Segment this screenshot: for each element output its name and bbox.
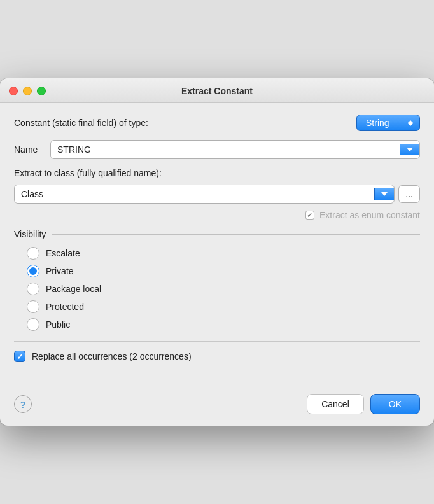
checkmark-icon: ✓ xyxy=(17,353,24,361)
footer: ? Cancel OK xyxy=(0,394,434,426)
type-select[interactable]: String xyxy=(356,115,420,131)
arrow-up-icon xyxy=(408,120,413,123)
title-bar: Extract Constant xyxy=(0,78,434,103)
name-dropdown-button[interactable] xyxy=(400,144,419,155)
name-row: Name xyxy=(14,140,420,159)
radio-label-package-local: Package local xyxy=(46,284,101,294)
name-label: Name xyxy=(14,144,43,155)
radio-outer-escalate xyxy=(27,247,39,260)
visibility-divider xyxy=(52,234,420,235)
name-input[interactable] xyxy=(51,141,400,158)
replace-checkbox[interactable]: ✓ xyxy=(14,351,25,362)
enum-checkbox[interactable]: ✓ xyxy=(305,211,314,220)
visibility-label: Visibility xyxy=(14,229,46,239)
radio-label-public: Public xyxy=(46,319,70,330)
footer-buttons: Cancel OK xyxy=(307,394,420,414)
minimize-button[interactable] xyxy=(23,87,32,95)
type-select-arrows xyxy=(408,120,413,126)
visibility-header: Visibility xyxy=(14,229,420,239)
ok-button[interactable]: OK xyxy=(370,394,420,414)
replace-label: Replace all occurrences (2 occurrences) xyxy=(32,351,192,361)
class-row: ... xyxy=(14,185,420,204)
type-select-value: String xyxy=(366,118,389,128)
type-row: Constant (static final field) of type: S… xyxy=(14,115,420,131)
chevron-down-icon xyxy=(407,148,413,151)
type-label: Constant (static final field) of type: xyxy=(14,118,356,128)
radio-inner-private xyxy=(29,267,37,275)
radio-item-escalate[interactable]: Escalate xyxy=(27,247,420,260)
chevron-down-icon xyxy=(381,192,388,196)
ellipsis-button[interactable]: ... xyxy=(398,185,420,203)
class-section-label: Extract to class (fully qualified name): xyxy=(14,168,420,178)
extract-constant-dialog: Extract Constant Constant (static final … xyxy=(0,78,434,426)
help-button[interactable]: ? xyxy=(14,395,32,413)
radio-outer-protected xyxy=(27,300,39,313)
enum-row: ✓ Extract as enum constant xyxy=(14,210,420,220)
cancel-button[interactable]: Cancel xyxy=(307,394,364,414)
radio-item-protected[interactable]: Protected xyxy=(27,300,420,313)
radio-outer-private xyxy=(27,265,39,277)
name-input-wrapper xyxy=(50,140,420,159)
radio-label-protected: Protected xyxy=(46,302,84,312)
class-input[interactable] xyxy=(15,185,374,203)
radio-item-package-local[interactable]: Package local xyxy=(27,283,420,295)
arrow-down-icon xyxy=(408,123,413,126)
dialog-title: Extract Constant xyxy=(181,86,253,96)
radio-label-private: Private xyxy=(46,266,74,276)
radio-outer-package-local xyxy=(27,283,39,295)
dialog-content: Constant (static final field) of type: S… xyxy=(0,103,434,394)
traffic-lights xyxy=(9,87,46,95)
radio-group: Escalate Private Package local Protected xyxy=(14,247,420,331)
enum-label: Extract as enum constant xyxy=(319,210,420,220)
radio-outer-public xyxy=(27,318,39,331)
radio-item-private[interactable]: Private xyxy=(27,265,420,277)
replace-row[interactable]: ✓ Replace all occurrences (2 occurrences… xyxy=(14,341,420,372)
class-dropdown-button[interactable] xyxy=(374,188,394,200)
close-button[interactable] xyxy=(9,87,18,95)
maximize-button[interactable] xyxy=(37,87,46,95)
class-input-wrapper xyxy=(14,185,395,204)
radio-item-public[interactable]: Public xyxy=(27,318,420,331)
radio-label-escalate: Escalate xyxy=(46,248,80,258)
